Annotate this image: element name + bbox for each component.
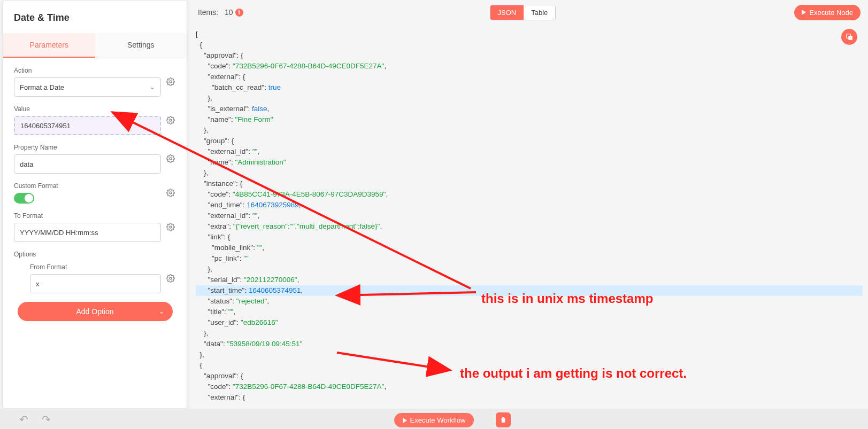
add-option-button[interactable]: Add Option ⌄: [18, 302, 173, 321]
table-view-button[interactable]: Table: [524, 5, 555, 20]
action-select[interactable]: Format a Date ⌄: [14, 77, 161, 97]
action-value: Format a Date: [20, 83, 64, 91]
play-icon: [802, 10, 806, 15]
tab-settings[interactable]: Settings: [95, 33, 187, 58]
custom-format-toggle[interactable]: [14, 193, 34, 204]
to-format-label: To Format: [14, 212, 161, 220]
property-name-label: Property Name: [14, 144, 161, 151]
output-topbar: Items: 10 i JSON Table Execute Node: [190, 0, 868, 25]
node-config-panel: Date & Time Parameters Settings Action F…: [3, 0, 187, 409]
svg-point-5: [170, 277, 172, 279]
custom-format-label: Custom Format: [14, 182, 161, 190]
svg-point-4: [170, 226, 172, 228]
action-label: Action: [14, 67, 161, 74]
chevron-down-icon: ⌄: [150, 83, 155, 91]
value-input[interactable]: [14, 116, 161, 135]
view-toggle: JSON Table: [490, 5, 556, 20]
chevron-down-icon: ⌄: [159, 308, 164, 315]
property-name-input[interactable]: [14, 154, 161, 174]
gear-icon[interactable]: [165, 153, 176, 164]
panel-title: Date & Time: [3, 1, 187, 33]
options-label: Options: [14, 251, 176, 258]
to-format-input[interactable]: [14, 223, 161, 242]
from-format-label: From Format: [30, 263, 161, 271]
gear-icon[interactable]: [165, 76, 176, 87]
execute-workflow-button[interactable]: Execute Workflow: [394, 413, 474, 427]
info-icon[interactable]: i: [235, 9, 243, 17]
value-label: Value: [14, 105, 161, 113]
gear-icon[interactable]: [165, 273, 176, 284]
execute-label: Execute Node: [809, 9, 853, 17]
json-view-button[interactable]: JSON: [490, 5, 524, 20]
svg-point-2: [170, 158, 172, 160]
play-icon: [403, 418, 407, 423]
svg-point-3: [170, 192, 172, 194]
undo-icon[interactable]: ↶: [19, 413, 28, 426]
output-panel: Items: 10 i JSON Table Execute Node [ { …: [190, 0, 868, 409]
trash-button[interactable]: [496, 412, 511, 427]
gear-icon[interactable]: [165, 188, 176, 198]
bottom-toolbar: ↶ ↷ Execute Workflow: [0, 409, 868, 429]
gear-icon[interactable]: [165, 222, 176, 232]
execute-workflow-label: Execute Workflow: [410, 416, 466, 424]
redo-icon[interactable]: ↷: [42, 413, 51, 426]
copy-button[interactable]: [841, 29, 857, 45]
add-option-label: Add Option: [76, 307, 113, 316]
tab-parameters[interactable]: Parameters: [3, 33, 95, 58]
svg-point-1: [170, 119, 172, 121]
execute-node-button[interactable]: Execute Node: [794, 5, 861, 20]
panel-tabs: Parameters Settings: [3, 33, 187, 58]
svg-point-0: [170, 81, 172, 83]
gear-icon[interactable]: [165, 115, 176, 126]
items-count: Items: 10 i: [198, 8, 243, 17]
from-format-input[interactable]: [30, 274, 161, 293]
json-output[interactable]: [ { "approval": { "code": "732B5296-0F67…: [190, 25, 868, 409]
